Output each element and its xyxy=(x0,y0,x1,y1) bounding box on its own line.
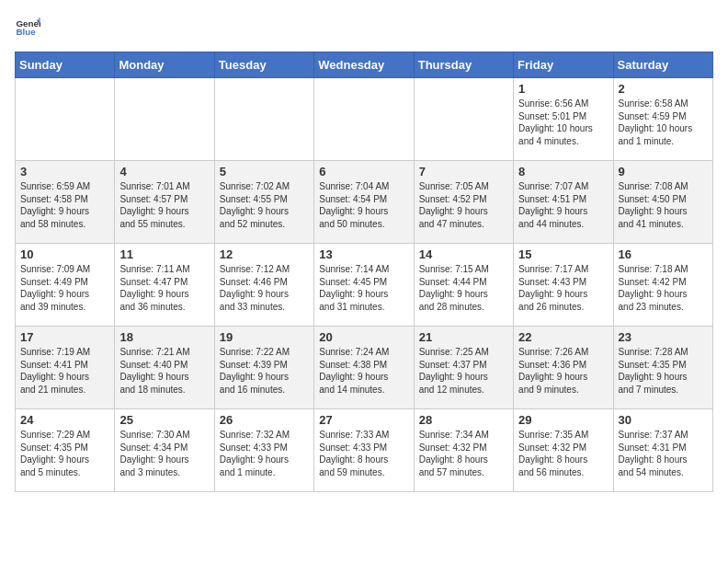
day-number: 30 xyxy=(619,413,708,427)
day-number: 24 xyxy=(20,413,109,427)
calendar-cell: 20Sunrise: 7:24 AM Sunset: 4:38 PM Dayli… xyxy=(314,327,414,409)
day-info: Sunrise: 7:07 AM Sunset: 4:51 PM Dayligh… xyxy=(518,180,608,230)
day-number: 4 xyxy=(119,165,209,178)
weekday-header-thursday: Thursday xyxy=(414,52,513,78)
day-info: Sunrise: 7:29 AM Sunset: 4:35 PM Dayligh… xyxy=(20,429,109,478)
calendar-cell: 22Sunrise: 7:26 AM Sunset: 4:36 PM Dayli… xyxy=(514,327,613,409)
calendar-cell: 15Sunrise: 7:17 AM Sunset: 4:43 PM Dayli… xyxy=(514,244,613,327)
day-number: 8 xyxy=(518,165,608,178)
calendar-week-row: 3Sunrise: 6:59 AM Sunset: 4:58 PM Daylig… xyxy=(16,161,713,244)
day-info: Sunrise: 7:08 AM Sunset: 4:50 PM Dayligh… xyxy=(619,180,708,230)
day-number: 12 xyxy=(220,247,309,261)
day-info: Sunrise: 7:30 AM Sunset: 4:34 PM Dayligh… xyxy=(119,429,209,478)
day-info: Sunrise: 7:28 AM Sunset: 4:35 PM Dayligh… xyxy=(619,346,708,396)
day-number: 1 xyxy=(518,82,608,96)
calendar-cell: 25Sunrise: 7:30 AM Sunset: 4:34 PM Dayli… xyxy=(115,409,214,492)
day-info: Sunrise: 7:14 AM Sunset: 4:45 PM Dayligh… xyxy=(319,263,408,313)
logo-icon: General Blue xyxy=(15,15,40,40)
day-info: Sunrise: 7:21 AM Sunset: 4:40 PM Dayligh… xyxy=(119,346,209,396)
weekday-header-tuesday: Tuesday xyxy=(214,52,313,78)
day-number: 15 xyxy=(518,247,608,261)
calendar-cell xyxy=(314,78,414,161)
calendar-cell: 27Sunrise: 7:33 AM Sunset: 4:33 PM Dayli… xyxy=(314,409,414,492)
day-info: Sunrise: 6:58 AM Sunset: 4:59 PM Dayligh… xyxy=(619,98,708,147)
calendar-cell: 2Sunrise: 6:58 AM Sunset: 4:59 PM Daylig… xyxy=(613,78,712,161)
day-number: 18 xyxy=(119,330,209,344)
day-number: 17 xyxy=(20,330,109,344)
calendar-cell: 3Sunrise: 6:59 AM Sunset: 4:58 PM Daylig… xyxy=(16,161,115,244)
calendar-week-row: 24Sunrise: 7:29 AM Sunset: 4:35 PM Dayli… xyxy=(16,409,713,492)
day-info: Sunrise: 7:33 AM Sunset: 4:33 PM Dayligh… xyxy=(319,429,408,478)
calendar-cell: 7Sunrise: 7:05 AM Sunset: 4:52 PM Daylig… xyxy=(414,161,513,244)
day-info: Sunrise: 7:35 AM Sunset: 4:32 PM Dayligh… xyxy=(518,429,608,478)
day-number: 25 xyxy=(119,413,209,427)
logo: General Blue xyxy=(15,15,40,40)
calendar-cell: 14Sunrise: 7:15 AM Sunset: 4:44 PM Dayli… xyxy=(414,244,513,327)
calendar-cell: 1Sunrise: 6:56 AM Sunset: 5:01 PM Daylig… xyxy=(514,78,613,161)
weekday-header-monday: Monday xyxy=(115,52,214,78)
calendar-cell: 6Sunrise: 7:04 AM Sunset: 4:54 PM Daylig… xyxy=(314,161,414,244)
calendar-cell xyxy=(115,78,214,161)
day-info: Sunrise: 7:12 AM Sunset: 4:46 PM Dayligh… xyxy=(220,263,309,313)
calendar-week-row: 1Sunrise: 6:56 AM Sunset: 5:01 PM Daylig… xyxy=(16,78,713,161)
day-info: Sunrise: 7:34 AM Sunset: 4:32 PM Dayligh… xyxy=(419,429,508,478)
calendar-cell: 8Sunrise: 7:07 AM Sunset: 4:51 PM Daylig… xyxy=(514,161,613,244)
day-number: 7 xyxy=(419,165,508,178)
day-info: Sunrise: 7:04 AM Sunset: 4:54 PM Dayligh… xyxy=(319,180,408,230)
calendar-week-row: 17Sunrise: 7:19 AM Sunset: 4:41 PM Dayli… xyxy=(16,327,713,409)
day-number: 21 xyxy=(419,330,508,344)
day-number: 23 xyxy=(619,330,708,344)
calendar-cell xyxy=(16,78,115,161)
day-info: Sunrise: 6:59 AM Sunset: 4:58 PM Dayligh… xyxy=(20,180,109,230)
calendar-cell: 26Sunrise: 7:32 AM Sunset: 4:33 PM Dayli… xyxy=(214,409,313,492)
calendar-cell: 30Sunrise: 7:37 AM Sunset: 4:31 PM Dayli… xyxy=(613,409,712,492)
calendar-cell: 19Sunrise: 7:22 AM Sunset: 4:39 PM Dayli… xyxy=(214,327,313,409)
calendar-cell: 5Sunrise: 7:02 AM Sunset: 4:55 PM Daylig… xyxy=(214,161,313,244)
calendar-cell: 28Sunrise: 7:34 AM Sunset: 4:32 PM Dayli… xyxy=(414,409,513,492)
header: General Blue xyxy=(15,15,713,40)
calendar-cell: 18Sunrise: 7:21 AM Sunset: 4:40 PM Dayli… xyxy=(115,327,214,409)
day-info: Sunrise: 7:24 AM Sunset: 4:38 PM Dayligh… xyxy=(319,346,408,396)
calendar-cell: 29Sunrise: 7:35 AM Sunset: 4:32 PM Dayli… xyxy=(514,409,613,492)
day-number: 28 xyxy=(419,413,508,427)
calendar-cell: 10Sunrise: 7:09 AM Sunset: 4:49 PM Dayli… xyxy=(16,244,115,327)
day-info: Sunrise: 7:11 AM Sunset: 4:47 PM Dayligh… xyxy=(119,263,209,313)
day-info: Sunrise: 7:18 AM Sunset: 4:42 PM Dayligh… xyxy=(619,263,708,313)
calendar-cell: 17Sunrise: 7:19 AM Sunset: 4:41 PM Dayli… xyxy=(16,327,115,409)
weekday-header-wednesday: Wednesday xyxy=(314,52,414,78)
calendar-cell: 11Sunrise: 7:11 AM Sunset: 4:47 PM Dayli… xyxy=(115,244,214,327)
day-info: Sunrise: 7:02 AM Sunset: 4:55 PM Dayligh… xyxy=(220,180,309,230)
day-number: 20 xyxy=(319,330,408,344)
day-info: Sunrise: 7:15 AM Sunset: 4:44 PM Dayligh… xyxy=(419,263,508,313)
svg-text:Blue: Blue xyxy=(16,27,36,37)
day-number: 27 xyxy=(319,413,408,427)
day-number: 26 xyxy=(220,413,309,427)
day-number: 11 xyxy=(119,247,209,261)
day-info: Sunrise: 7:26 AM Sunset: 4:36 PM Dayligh… xyxy=(518,346,608,396)
calendar-cell: 23Sunrise: 7:28 AM Sunset: 4:35 PM Dayli… xyxy=(613,327,712,409)
day-info: Sunrise: 7:22 AM Sunset: 4:39 PM Dayligh… xyxy=(220,346,309,396)
day-number: 5 xyxy=(220,165,309,178)
day-info: Sunrise: 7:05 AM Sunset: 4:52 PM Dayligh… xyxy=(419,180,508,230)
weekday-header-friday: Friday xyxy=(514,52,613,78)
calendar-cell: 12Sunrise: 7:12 AM Sunset: 4:46 PM Dayli… xyxy=(214,244,313,327)
calendar-cell: 4Sunrise: 7:01 AM Sunset: 4:57 PM Daylig… xyxy=(115,161,214,244)
weekday-header-saturday: Saturday xyxy=(613,52,712,78)
day-number: 6 xyxy=(319,165,408,178)
day-info: Sunrise: 7:19 AM Sunset: 4:41 PM Dayligh… xyxy=(20,346,109,396)
day-info: Sunrise: 7:17 AM Sunset: 4:43 PM Dayligh… xyxy=(518,263,608,313)
day-info: Sunrise: 7:32 AM Sunset: 4:33 PM Dayligh… xyxy=(220,429,309,478)
calendar-table: SundayMondayTuesdayWednesdayThursdayFrid… xyxy=(15,52,713,492)
day-number: 13 xyxy=(319,247,408,261)
weekday-header-row: SundayMondayTuesdayWednesdayThursdayFrid… xyxy=(16,52,713,78)
day-number: 19 xyxy=(220,330,309,344)
calendar-cell xyxy=(214,78,313,161)
day-number: 10 xyxy=(20,247,109,261)
calendar-cell: 13Sunrise: 7:14 AM Sunset: 4:45 PM Dayli… xyxy=(314,244,414,327)
day-number: 29 xyxy=(518,413,608,427)
day-number: 14 xyxy=(419,247,508,261)
day-number: 9 xyxy=(619,165,708,178)
day-info: Sunrise: 7:09 AM Sunset: 4:49 PM Dayligh… xyxy=(20,263,109,313)
calendar-cell: 24Sunrise: 7:29 AM Sunset: 4:35 PM Dayli… xyxy=(16,409,115,492)
day-number: 2 xyxy=(619,82,708,96)
